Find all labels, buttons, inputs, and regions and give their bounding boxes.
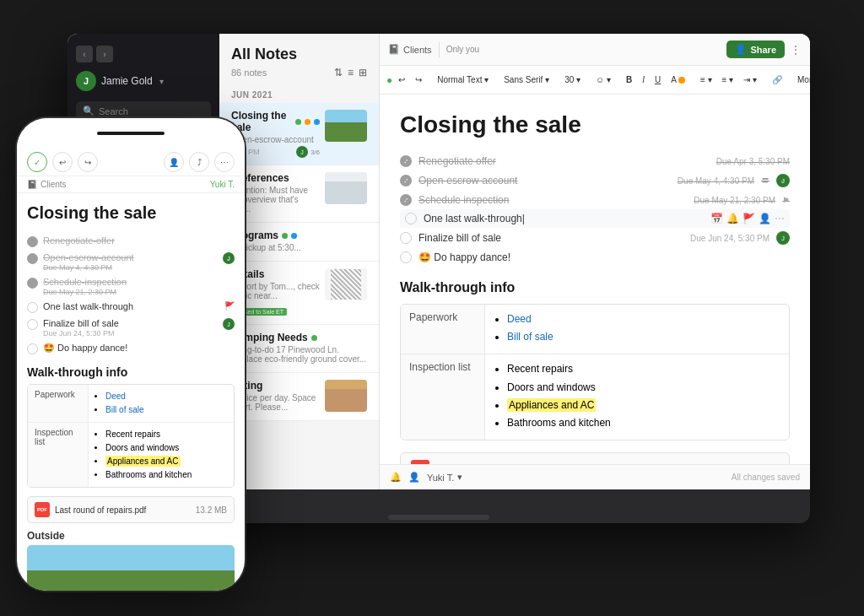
task-due: Due May 21, 2:30 PM — [694, 196, 775, 205]
phone-task-text: Open-escrow-account — [43, 252, 218, 262]
share-icon: 👤 — [735, 44, 747, 55]
deed-link[interactable]: Deed — [507, 313, 532, 325]
share-button[interactable]: 👤 Share — [726, 41, 785, 58]
highlighted-item: Appliances and AC — [507, 398, 596, 412]
undo-icon[interactable]: ↩ — [52, 152, 73, 172]
phone-task-text: Schedule-inspection — [43, 277, 127, 287]
phone-task-check[interactable] — [27, 253, 38, 264]
note-title: Closing the sale — [400, 111, 790, 138]
phone-info-table: Paperwork Deed Bill of sale Inspection l… — [27, 384, 235, 488]
notebook-icon: 📓 — [388, 44, 400, 55]
calendar-icon[interactable]: 📅 — [710, 213, 723, 224]
user-row[interactable]: J Jamie Gold ▾ — [68, 66, 219, 96]
phone-task-check[interactable] — [27, 302, 38, 313]
footer-user[interactable]: Yuki T. ▾ — [427, 472, 462, 483]
redo-button[interactable]: ↪ — [411, 73, 426, 86]
note-4-thumb — [325, 268, 367, 300]
task-checkbox[interactable]: ✓ — [400, 175, 412, 186]
indent-button[interactable]: ⇥ ▾ — [739, 73, 761, 86]
emoji-button[interactable]: ☺ ▾ — [591, 73, 615, 86]
table-row: Paperwork Deed Bill of sale — [28, 385, 234, 423]
link-button[interactable]: 🔗 — [768, 73, 786, 86]
bill-of-sale-link[interactable]: Bill of sale — [105, 405, 144, 414]
bullet-list-button[interactable]: ≡ ▾ — [696, 73, 716, 86]
dot-icon — [311, 335, 317, 341]
phone-task-due: Due Jun 24, 5:30 PM — [43, 329, 218, 338]
list-item: Doors and windows — [105, 441, 227, 455]
bell-icon[interactable]: 🔔 — [390, 472, 402, 483]
task-row-active[interactable]: One last walk-through| 📅 🔔 🚩 👤 ⋯ — [400, 209, 790, 228]
phone-task-check[interactable] — [27, 319, 38, 330]
font-family-dropdown[interactable]: Sans Serif ▾ — [500, 73, 554, 86]
user-name: Jamie Gold — [101, 75, 153, 87]
task-checkbox[interactable] — [400, 232, 412, 244]
list-item: Appliances and AC — [507, 397, 779, 413]
deed-link[interactable]: Deed — [105, 392, 126, 401]
chevron-icon: ▾ — [159, 77, 164, 86]
pdf-attachment[interactable]: PDF Last round of repairs.pdf 13.2 MB — [400, 452, 790, 464]
back-button[interactable]: ‹ — [76, 46, 93, 62]
notes-actions: ⇅ ≡ ⊞ — [334, 67, 367, 78]
task-checkbox[interactable] — [405, 213, 417, 224]
underline-button[interactable]: U — [651, 73, 665, 86]
table-val: Deed Bill of sale — [89, 385, 234, 422]
separator: Yuki T. — [210, 180, 235, 189]
task-row: Finalize bill of sale Due Jun 24, 5:30 P… — [400, 228, 790, 248]
list-item: Bathrooms and kitchen — [105, 468, 227, 482]
task-checkbox[interactable] — [400, 251, 412, 263]
table-key: Inspection list — [401, 354, 485, 440]
more-format-button[interactable]: More ▾ — [793, 73, 810, 86]
redo-icon[interactable]: ↪ — [78, 152, 98, 172]
format-toolbar: ● ↩ ↪ Normal Text ▾ Sans Serif ▾ 30 ▾ ☺ … — [380, 66, 810, 95]
bill-of-sale-link[interactable]: Bill of sale — [507, 331, 554, 343]
phone-note-title: Closing the sale — [27, 203, 235, 223]
person-icon[interactable]: 👤 — [164, 152, 184, 172]
table-val: Recent repairs Doors and windows Applian… — [485, 354, 789, 440]
person-icon[interactable]: 👤 — [759, 213, 771, 224]
phone-pdf-attachment[interactable]: PDF Last round of repairs.pdf 13.2 MB — [27, 496, 235, 523]
phone-outside-image — [27, 545, 235, 591]
grid-icon[interactable]: ⊞ — [359, 67, 367, 78]
forward-button[interactable]: › — [96, 46, 113, 62]
phone-task: Open-escrow-account Due May 4, 4:30 PM J — [27, 250, 235, 274]
task-checkbox[interactable]: ✓ — [400, 155, 412, 167]
phone-task-check[interactable] — [27, 343, 38, 354]
phone-task-due: Due May 21, 2:30 PM — [43, 288, 127, 296]
task-due: Due May 4, 4:30 PM — [678, 176, 754, 186]
check-icon[interactable]: ✓ — [27, 152, 47, 172]
person-icon[interactable]: 👤 — [408, 472, 420, 483]
notes-count: 86 notes — [231, 68, 267, 78]
flag-icon[interactable]: 🚩 — [742, 213, 755, 224]
undo-button[interactable]: ↩ — [394, 73, 409, 86]
note-body: Closing the sale ✓ Renegotiate offer Due… — [380, 95, 810, 464]
italic-button[interactable]: I — [638, 73, 649, 86]
task-checkbox[interactable]: ✓ — [400, 194, 412, 206]
sidebar-nav: ‹ › — [68, 42, 219, 66]
task-text: 🤩 Do happy dance! — [418, 251, 510, 263]
phone-body: Closing the sale Renegotiate-offer Open-… — [17, 193, 245, 591]
save-status: All changes saved — [732, 473, 800, 482]
phone-task-check[interactable] — [27, 278, 38, 289]
more-icon[interactable]: ⋯ — [775, 213, 785, 224]
font-size-dropdown[interactable]: 30 ▾ — [560, 73, 585, 86]
phone-pdf-name: Last round of repairs.pdf — [55, 505, 191, 515]
notes-section-label: JUN 2021 — [219, 84, 379, 103]
note-1-tag: 3/6 — [310, 149, 320, 156]
filter-icon[interactable]: ⇅ — [334, 67, 343, 78]
more-icon[interactable]: ⋯ — [214, 152, 235, 172]
sort-icon[interactable]: ≡ — [348, 67, 354, 78]
task-text: Schedule inspection — [418, 194, 509, 206]
phone-task-check[interactable] — [27, 236, 38, 247]
numbered-list-button[interactable]: ≡ ▾ — [718, 73, 738, 86]
phone-task-due: Due May 4, 4:30 PM — [43, 263, 218, 272]
bell-icon[interactable]: 🔔 — [726, 213, 739, 224]
text-style-dropdown[interactable]: Normal Text ▾ — [433, 73, 493, 86]
sync-icon: ● — [386, 74, 392, 86]
more-options-icon[interactable]: ⋮ — [790, 43, 802, 57]
bold-button[interactable]: B — [622, 73, 636, 86]
info-table: Paperwork Deed Bill of sale Inspection l… — [400, 304, 790, 440]
note-3-sub: ... Pickup at 5:30... — [231, 243, 367, 252]
share-icon[interactable]: ⤴ — [189, 152, 209, 172]
monitor-base — [388, 515, 489, 520]
font-color-button[interactable]: A — [667, 73, 689, 86]
